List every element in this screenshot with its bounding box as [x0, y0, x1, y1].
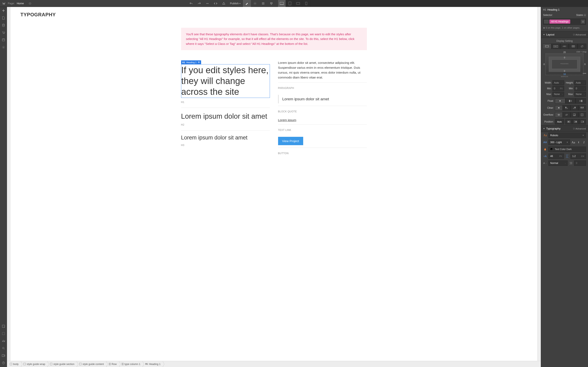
svg-point-8 — [207, 3, 208, 4]
settings-icon[interactable] — [1, 45, 6, 49]
svg-point-14 — [2, 24, 4, 25]
left-sidebar — [0, 7, 7, 177]
preview-icon[interactable] — [28, 2, 32, 5]
svg-point-18 — [3, 47, 4, 48]
webflow-logo-icon[interactable] — [2, 2, 6, 5]
assets-icon[interactable] — [1, 38, 6, 42]
redo-icon[interactable] — [195, 0, 203, 7]
style-manager-icon[interactable] — [267, 0, 276, 7]
link-label: TEXT LINK — [278, 129, 284, 133]
blockquote-element[interactable]: Lorem ipsum dolor sit amet — [278, 95, 284, 103]
blockquote-label: BLOCK QUOTE — [278, 110, 284, 115]
svg-rect-17 — [2, 39, 5, 41]
code-icon[interactable] — [212, 0, 220, 7]
export-icon[interactable] — [220, 0, 228, 7]
h1-label: H1 — [181, 101, 270, 105]
svg-point-12 — [272, 3, 273, 4]
svg-rect-1 — [280, 2, 284, 4]
paragraph-label: PARAGRAPH — [278, 87, 284, 91]
pages-icon[interactable] — [1, 16, 6, 20]
page-label: Page: — [8, 2, 15, 5]
gear-icon[interactable]: ⚙ — [198, 61, 200, 64]
undo-icon[interactable] — [187, 0, 195, 7]
publish-button[interactable]: Publish▾ — [228, 2, 242, 5]
divider — [278, 124, 284, 125]
paragraph-element[interactable]: Lorem ipsum dolor sit amet, consectetur … — [278, 60, 284, 80]
page-name[interactable]: Home — [17, 2, 24, 5]
add-element-icon[interactable] — [1, 8, 6, 13]
top-bar: Page: Home Publish▾ — [0, 0, 284, 7]
selection-tag-prefix: H1 — [182, 61, 185, 64]
navigator-panel-icon[interactable] — [259, 0, 267, 7]
svg-point-13 — [271, 4, 272, 5]
divider — [278, 82, 284, 83]
h1-element[interactable]: If you edit styles here, they will chang… — [181, 64, 270, 98]
selection-tag[interactable]: H1 Heading 1 ⚙ — [181, 60, 201, 64]
divider — [181, 130, 270, 131]
button-element[interactable]: View Project — [278, 137, 284, 145]
h2-element[interactable]: Lorem ipsum dolor sit amet — [181, 112, 270, 120]
button-label: BUTTON — [278, 152, 284, 156]
style-panel-icon[interactable] — [243, 0, 251, 7]
info-note: You'll see that these typography element… — [181, 28, 284, 50]
page-title: TYPOGRAPHY — [20, 12, 284, 17]
canvas-area: TYPOGRAPHY You'll see that these typogra… — [7, 7, 284, 177]
svg-point-16 — [4, 33, 4, 34]
svg-point-7 — [207, 3, 207, 4]
device-desktop-button[interactable] — [278, 0, 284, 7]
svg-point-11 — [270, 3, 271, 4]
svg-point-9 — [208, 3, 209, 4]
divider — [278, 106, 284, 106]
svg-point-15 — [3, 33, 3, 34]
publish-label: Publish — [230, 2, 239, 5]
link-element[interactable]: Lorem ipsum — [278, 118, 284, 122]
svg-point-10 — [255, 3, 255, 4]
h2-label: H2 — [181, 123, 270, 128]
selection-tag-label: Heading 1 — [186, 61, 197, 64]
settings-panel-icon[interactable] — [251, 0, 259, 7]
cms-icon[interactable] — [1, 23, 6, 27]
device-switcher — [278, 0, 284, 7]
h3-label: H3 — [181, 144, 270, 148]
comments-icon[interactable] — [203, 0, 212, 7]
h3-element[interactable]: Lorem ipsum dolor sit amet — [181, 134, 270, 141]
svg-point-0 — [30, 3, 30, 4]
divider — [278, 148, 284, 148]
ecommerce-icon[interactable] — [1, 31, 6, 35]
